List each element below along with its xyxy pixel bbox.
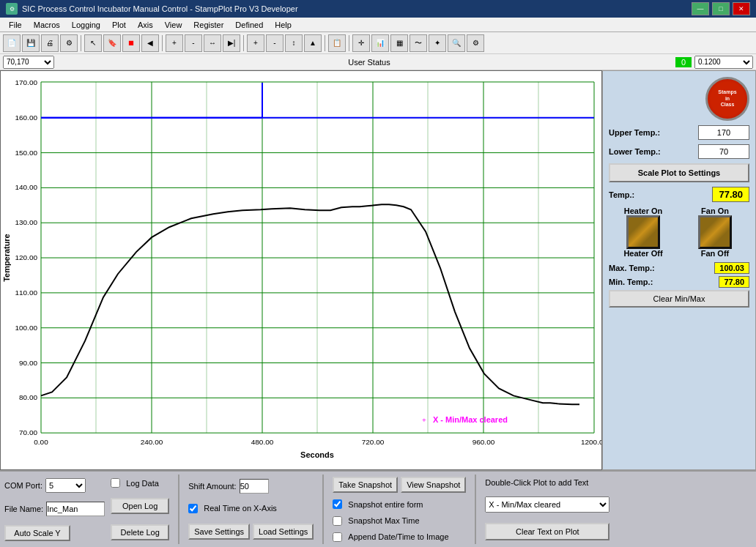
toolbar-back[interactable]: ◀ bbox=[141, 34, 159, 52]
snapshot-entire-checkbox[interactable] bbox=[333, 499, 342, 509]
toolbar-zoom-minus-y[interactable]: - bbox=[266, 34, 284, 52]
toolbar-trace[interactable]: 〜 bbox=[410, 34, 427, 52]
fan-off-label: Fan Off bbox=[681, 249, 749, 258]
svg-text:1200.00: 1200.00 bbox=[581, 438, 601, 446]
toolbar-zoom-y-top[interactable]: ▲ bbox=[304, 34, 322, 52]
append-datetime-label: Append Date/Time to Image bbox=[348, 532, 448, 541]
save-settings-button[interactable]: Save Settings bbox=[188, 524, 250, 540]
toolbar-table[interactable]: ▦ bbox=[390, 34, 408, 52]
toolbar-zoom-plus-y[interactable]: + bbox=[247, 34, 264, 52]
user-status-label: User Status bbox=[66, 58, 672, 67]
menu-plot[interactable]: Plot bbox=[106, 19, 132, 31]
open-log-row: Open Log bbox=[111, 498, 169, 514]
toolbar-zoom-minus-x[interactable]: - bbox=[185, 34, 202, 52]
coord-select[interactable]: 70,170 bbox=[3, 56, 54, 69]
maximize-button[interactable]: □ bbox=[712, 2, 730, 15]
toolbar-stamp[interactable]: 🔖 bbox=[103, 34, 121, 52]
lower-temp-row: Lower Temp.: bbox=[609, 144, 749, 159]
toolbar-zoom-x-full[interactable]: ↔ bbox=[204, 34, 221, 52]
toolbar-search[interactable]: 🔍 bbox=[448, 34, 465, 52]
real-time-checkbox[interactable] bbox=[188, 504, 198, 513]
toolbar-save[interactable]: 💾 bbox=[22, 34, 40, 52]
clear-text-button[interactable]: Clear Text on Plot bbox=[485, 523, 609, 540]
heater-off-label: Heater Off bbox=[609, 249, 678, 258]
svg-text:0.00: 0.00 bbox=[34, 438, 48, 446]
status-value: 0 bbox=[675, 57, 692, 67]
toolbar-data[interactable]: 📊 bbox=[371, 34, 389, 52]
svg-text:80.00: 80.00 bbox=[19, 393, 37, 401]
text-dropdown[interactable]: X - Min/Max cleared bbox=[485, 496, 609, 513]
toolbar-sep-5 bbox=[349, 35, 349, 51]
snapshot-max-checkbox[interactable] bbox=[333, 516, 342, 526]
rate-select[interactable]: 0.1200 bbox=[694, 56, 753, 69]
svg-text:100.00: 100.00 bbox=[15, 324, 37, 332]
toolbar-cursor[interactable]: ↖ bbox=[84, 34, 102, 52]
chart-area[interactable]: 70.00 80.00 90.00 100.00 110.00 120.00 1… bbox=[0, 70, 602, 470]
append-datetime-checkbox[interactable] bbox=[333, 532, 342, 542]
toolbar-zoom-plus-x[interactable]: + bbox=[166, 34, 183, 52]
text-section: Double-Click Plot to add Text X - Min/Ma… bbox=[485, 475, 609, 544]
load-settings-button[interactable]: Load Settings bbox=[253, 524, 314, 540]
menu-view[interactable]: View bbox=[159, 19, 188, 31]
fan-on-button[interactable] bbox=[698, 215, 732, 249]
heater-on-col: Heater On Heater Off bbox=[609, 206, 678, 258]
max-temp-row: Max. Temp.: 100.03 bbox=[609, 262, 749, 274]
lower-temp-input[interactable] bbox=[698, 144, 749, 159]
text-dropdown-row: X - Min/Max cleared bbox=[485, 496, 609, 513]
snapshot-max-row: Snapshot Max Time bbox=[333, 516, 466, 526]
clear-minmax-button[interactable]: Clear Min/Max bbox=[609, 290, 749, 308]
menu-help[interactable]: Help bbox=[269, 19, 297, 31]
app-logo: StampsinClass bbox=[705, 77, 749, 121]
toolbar-config[interactable]: ⚙ bbox=[467, 34, 484, 52]
logo-area: StampsinClass bbox=[609, 77, 749, 121]
toolbar-pdf[interactable]: 📋 bbox=[328, 34, 346, 52]
log-data-checkbox[interactable] bbox=[111, 478, 120, 488]
toolbar-new[interactable]: 📄 bbox=[3, 34, 21, 52]
window-controls[interactable]: — □ ✕ bbox=[692, 2, 750, 15]
take-snapshot-button[interactable]: Take Snapshot bbox=[333, 477, 398, 493]
min-temp-label: Min. Temp.: bbox=[609, 278, 653, 286]
svg-text:720.00: 720.00 bbox=[362, 438, 385, 446]
minimize-button[interactable]: — bbox=[692, 2, 709, 15]
svg-text:160.00: 160.00 bbox=[15, 114, 37, 122]
menu-axis[interactable]: Axis bbox=[132, 19, 159, 31]
auto-scale-button[interactable]: Auto Scale Y bbox=[4, 525, 70, 541]
menu-logging[interactable]: Logging bbox=[66, 19, 106, 31]
open-log-button[interactable]: Open Log bbox=[111, 498, 169, 514]
append-datetime-row: Append Date/Time to Image bbox=[333, 532, 466, 542]
fan-on-label: Fan On bbox=[681, 206, 749, 215]
menu-macros[interactable]: Macros bbox=[28, 19, 66, 31]
toolbar-print[interactable]: 🖨 bbox=[41, 34, 59, 52]
com-port-select[interactable]: 5 bbox=[45, 478, 86, 493]
menu-defined[interactable]: Defined bbox=[229, 19, 269, 31]
clear-text-row: Clear Text on Plot bbox=[485, 523, 609, 540]
file-name-input[interactable] bbox=[46, 502, 105, 516]
dbl-click-label: Double-Click Plot to add Text bbox=[485, 478, 588, 487]
svg-text:Temperature: Temperature bbox=[2, 234, 11, 282]
delete-log-button[interactable]: Delete Log bbox=[111, 524, 169, 540]
snapshot-buttons-row: Take Snapshot View Snapshot bbox=[333, 477, 466, 493]
snapshot-section: Take Snapshot View Snapshot Snapshot ent… bbox=[333, 475, 466, 544]
toolbar-zoom-x-right[interactable]: ▶| bbox=[223, 34, 240, 52]
view-snapshot-button[interactable]: View Snapshot bbox=[401, 477, 466, 493]
com-port-row: COM Port: 5 bbox=[4, 478, 105, 493]
window-title: SIC Process Control Incubator Manual Con… bbox=[22, 4, 692, 13]
heater-on-button[interactable] bbox=[626, 215, 660, 249]
chart-svg: 70.00 80.00 90.00 100.00 110.00 120.00 1… bbox=[1, 71, 601, 469]
toolbar-zoom-y-full[interactable]: ↕ bbox=[285, 34, 303, 52]
scale-plot-button[interactable]: Scale Plot to Settings bbox=[609, 163, 749, 182]
toolbar-marker[interactable]: ✦ bbox=[429, 34, 446, 52]
toolbar-crosshair[interactable]: ✛ bbox=[352, 34, 370, 52]
temp-value-display: 77.80 bbox=[712, 187, 749, 202]
toolbar-settings[interactable]: ⚙ bbox=[60, 34, 78, 52]
shift-amount-input[interactable] bbox=[240, 479, 269, 494]
close-button[interactable]: ✕ bbox=[733, 2, 750, 15]
divider-3 bbox=[475, 475, 476, 544]
svg-text:Seconds: Seconds bbox=[300, 450, 334, 459]
menu-file[interactable]: File bbox=[3, 19, 28, 31]
status-bar: 70,170 User Status 0 0.1200 bbox=[0, 54, 756, 70]
real-time-row: Real Time on X-Axis bbox=[188, 504, 314, 513]
toolbar-stop[interactable]: ⏹ bbox=[122, 34, 140, 52]
upper-temp-input[interactable] bbox=[698, 125, 749, 140]
menu-register[interactable]: Register bbox=[188, 19, 229, 31]
